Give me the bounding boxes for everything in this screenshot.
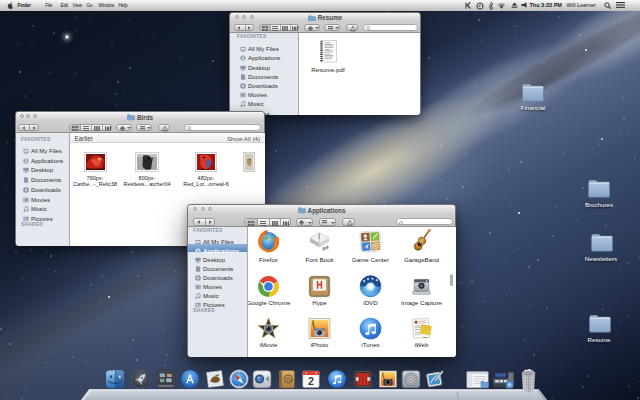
svg-text:2: 2 [308,375,314,387]
